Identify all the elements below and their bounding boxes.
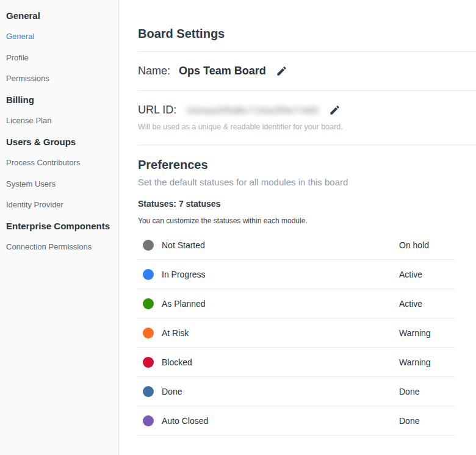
sidebar-item-permissions[interactable]: Permissions (6, 68, 112, 90)
pencil-icon (276, 65, 287, 77)
statuses-count-heading: Statuses: 7 statuses (138, 199, 476, 209)
url-id-helper-text: Will be used as a unique & readable iden… (138, 123, 476, 132)
status-color-dot (143, 386, 154, 397)
settings-sidebar: General General Profile Permissions Bill… (0, 0, 119, 455)
board-settings-page: General General Profile Permissions Bill… (0, 0, 476, 455)
url-id-section: URL ID: 1b4aa3f5d8c716a3f9e73d5 Will be … (138, 91, 476, 145)
pencil-icon (329, 104, 341, 116)
status-row-auto-closed[interactable]: Auto Closed Done (137, 406, 455, 435)
sidebar-item-license-plan[interactable]: License Plan (6, 110, 112, 132)
url-id-label: URL ID: (138, 104, 176, 116)
status-color-dot (143, 328, 154, 339)
board-name-value: Ops Team Board (179, 65, 266, 77)
sidebar-item-profile[interactable]: Profile (6, 47, 112, 68)
status-color-dot (143, 269, 154, 280)
board-name-row: Name: Ops Team Board (138, 52, 476, 91)
status-row-at-risk[interactable]: At Risk Warning (137, 318, 455, 348)
sidebar-item-general[interactable]: General (6, 26, 112, 48)
sidebar-item-system-users[interactable]: System Users (6, 173, 112, 195)
board-name-label: Name: (138, 65, 170, 77)
sidebar-item-connection-permissions[interactable]: Connection Permissions (6, 237, 112, 258)
url-id-value-redacted: 1b4aa3f5d8c716a3f9e73d5 (186, 105, 319, 115)
edit-url-id-button[interactable] (329, 104, 341, 116)
sidebar-section-users-groups: Users & Groups (6, 131, 112, 152)
board-settings-content: Board Settings Name: Ops Team Board URL … (119, 0, 476, 455)
sidebar-item-identity-provider[interactable]: Identity Provider (6, 195, 112, 216)
preferences-title: Preferences (138, 157, 476, 172)
status-row-as-planned[interactable]: As Planned Active (137, 289, 455, 318)
status-row-in-progress[interactable]: In Progress Active (137, 260, 455, 289)
edit-name-button[interactable] (276, 65, 287, 77)
status-row-blocked[interactable]: Blocked Warning (137, 348, 455, 377)
status-color-dot (143, 298, 154, 309)
status-color-dot (143, 415, 154, 426)
sidebar-section-enterprise-components: Enterprise Components (6, 215, 112, 237)
sidebar-section-general: General (6, 5, 112, 26)
url-id-row: URL ID: 1b4aa3f5d8c716a3f9e73d5 (138, 98, 476, 121)
status-color-dot (143, 240, 154, 251)
preferences-subtitle: Set the default statuses for all modules… (138, 177, 476, 188)
status-list: Not Started On hold In Progress Active A… (137, 231, 455, 435)
page-title: Board Settings (138, 27, 476, 40)
status-color-dot (143, 357, 154, 368)
statuses-note: You can customize the statuses within ea… (138, 217, 476, 225)
status-row-not-started[interactable]: Not Started On hold (137, 231, 455, 260)
status-row-done[interactable]: Done Done (137, 377, 455, 406)
sidebar-section-billing: Billing (6, 89, 112, 110)
sidebar-item-process-contributors[interactable]: Process Contributors (6, 152, 112, 174)
